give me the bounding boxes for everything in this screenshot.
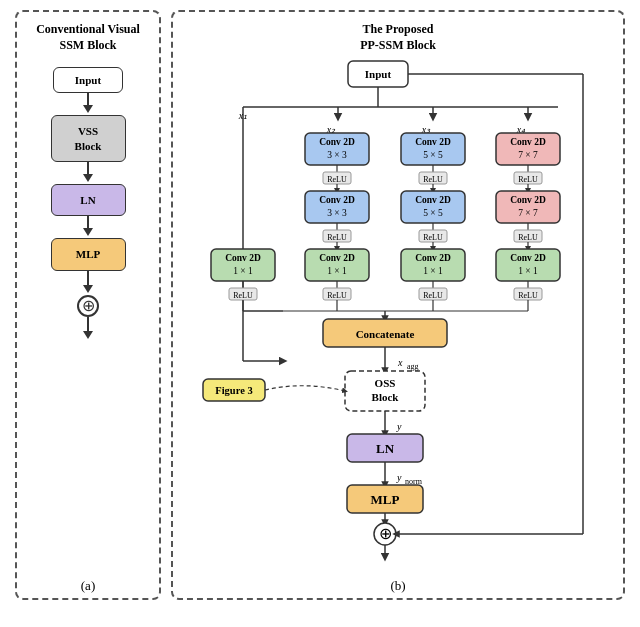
left-panel: Conventional Visual SSM Block Input VSS … bbox=[15, 10, 161, 600]
arrow-line3 bbox=[87, 216, 89, 228]
svg-text:y: y bbox=[396, 472, 402, 483]
svg-text:x₁: x₁ bbox=[238, 110, 247, 121]
arrow-line bbox=[87, 93, 89, 105]
svg-text:ReLU: ReLU bbox=[423, 291, 443, 300]
svg-text:Conv 2D: Conv 2D bbox=[319, 195, 355, 205]
svg-text:1 × 1: 1 × 1 bbox=[423, 266, 443, 276]
arrow-down4 bbox=[83, 285, 93, 293]
svg-text:Conv 2D: Conv 2D bbox=[319, 137, 355, 147]
svg-text:⊕: ⊕ bbox=[379, 525, 392, 542]
arrow-line5 bbox=[87, 317, 89, 331]
svg-text:Conv 2D: Conv 2D bbox=[415, 137, 451, 147]
right-panel-title: The Proposed PP-SSM Block bbox=[360, 22, 436, 53]
svg-text:MLP: MLP bbox=[371, 492, 400, 507]
svg-text:ReLU: ReLU bbox=[423, 233, 443, 242]
svg-text:Concatenate: Concatenate bbox=[356, 328, 415, 340]
left-flow: Input VSS Block LN ML bbox=[25, 67, 151, 338]
svg-text:Conv 2D: Conv 2D bbox=[510, 195, 546, 205]
arrow-down2 bbox=[83, 174, 93, 182]
arrow-line2 bbox=[87, 162, 89, 174]
svg-text:x: x bbox=[397, 357, 403, 368]
arrow-down5 bbox=[83, 331, 93, 339]
svg-text:3 × 3: 3 × 3 bbox=[327, 208, 347, 218]
svg-text:Input: Input bbox=[365, 68, 392, 80]
left-panel-label: (a) bbox=[81, 578, 95, 594]
svg-text:ReLU: ReLU bbox=[233, 291, 253, 300]
svg-text:ReLU: ReLU bbox=[518, 291, 538, 300]
svg-text:1 × 1: 1 × 1 bbox=[518, 266, 538, 276]
arrow-line4 bbox=[87, 271, 89, 285]
svg-text:ReLU: ReLU bbox=[327, 175, 347, 184]
svg-text:ReLU: ReLU bbox=[327, 291, 347, 300]
svg-text:Conv 2D: Conv 2D bbox=[225, 253, 261, 263]
arrow-down bbox=[83, 105, 93, 113]
svg-text:5 × 5: 5 × 5 bbox=[423, 208, 443, 218]
left-vss-block: VSS Block bbox=[51, 115, 126, 162]
svg-text:ReLU: ReLU bbox=[327, 233, 347, 242]
svg-text:Conv 2D: Conv 2D bbox=[415, 253, 451, 263]
left-mlp-block: MLP bbox=[51, 238, 126, 270]
right-panel: The Proposed PP-SSM Block Input bbox=[171, 10, 625, 600]
svg-text:Block: Block bbox=[372, 391, 400, 403]
svg-text:3 × 3: 3 × 3 bbox=[327, 150, 347, 160]
left-input-block: Input bbox=[53, 67, 123, 93]
svg-text:OSS: OSS bbox=[375, 377, 396, 389]
svg-text:1 × 1: 1 × 1 bbox=[233, 266, 253, 276]
svg-text:ReLU: ReLU bbox=[518, 175, 538, 184]
svg-text:LN: LN bbox=[376, 441, 395, 456]
svg-text:Conv 2D: Conv 2D bbox=[510, 253, 546, 263]
svg-text:7 × 7: 7 × 7 bbox=[518, 208, 538, 218]
svg-text:y: y bbox=[396, 421, 402, 432]
left-plus-circle: ⊕ bbox=[77, 295, 99, 317]
svg-text:Conv 2D: Conv 2D bbox=[510, 137, 546, 147]
arrow-down3 bbox=[83, 228, 93, 236]
right-panel-label: (b) bbox=[390, 578, 405, 594]
right-panel-svg: Input x₁ x₂ x₃ x₄ Conv 2D bbox=[183, 61, 613, 591]
svg-text:ReLU: ReLU bbox=[423, 175, 443, 184]
left-ln-block: LN bbox=[51, 184, 126, 216]
svg-text:Figure 3: Figure 3 bbox=[215, 385, 252, 396]
svg-text:5 × 5: 5 × 5 bbox=[423, 150, 443, 160]
svg-text:Conv 2D: Conv 2D bbox=[415, 195, 451, 205]
svg-text:agg: agg bbox=[407, 362, 419, 371]
left-panel-title: Conventional Visual SSM Block bbox=[25, 22, 151, 53]
svg-text:Conv 2D: Conv 2D bbox=[319, 253, 355, 263]
svg-text:1 × 1: 1 × 1 bbox=[327, 266, 347, 276]
svg-text:ReLU: ReLU bbox=[518, 233, 538, 242]
main-container: Conventional Visual SSM Block Input VSS … bbox=[0, 0, 640, 627]
svg-text:7 × 7: 7 × 7 bbox=[518, 150, 538, 160]
